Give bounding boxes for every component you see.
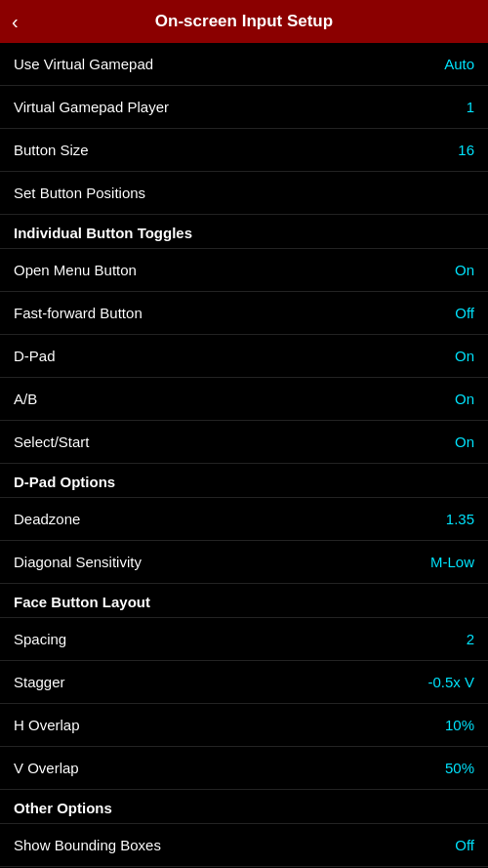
row-label-ab: A/B	[14, 391, 37, 407]
row-button-size[interactable]: Button Size16	[0, 129, 488, 172]
row-value-fast-forward-button: Off	[455, 305, 474, 321]
row-label-h-overlap: H Overlap	[14, 717, 80, 733]
row-value-d-pad: On	[455, 348, 474, 364]
row-label-open-menu-button: Open Menu Button	[14, 262, 137, 278]
row-diagonal-sensitivity[interactable]: Diagonal SensitivityM-Low	[0, 541, 488, 584]
section-label-face-button-layout: Face Button Layout	[14, 594, 150, 610]
row-label-virtual-gamepad-player: Virtual Gamepad Player	[14, 99, 169, 115]
row-value-diagonal-sensitivity: M-Low	[430, 554, 474, 570]
row-virtual-gamepad-player[interactable]: Virtual Gamepad Player1	[0, 86, 488, 129]
section-label-other-options: Other Options	[14, 800, 112, 816]
section-header-face-button-layout: Face Button Layout	[0, 584, 488, 618]
row-h-overlap[interactable]: H Overlap10%	[0, 704, 488, 747]
row-value-button-size: 16	[458, 142, 474, 158]
row-value-show-bounding-boxes: Off	[455, 837, 474, 853]
row-open-menu-button[interactable]: Open Menu ButtonOn	[0, 249, 488, 292]
row-value-v-overlap: 50%	[445, 760, 474, 776]
row-v-overlap[interactable]: V Overlap50%	[0, 747, 488, 790]
row-label-deadzone: Deadzone	[14, 511, 80, 527]
row-label-select-start: Select/Start	[14, 434, 90, 450]
section-header-individual-button-toggles: Individual Button Toggles	[0, 215, 488, 249]
row-d-pad[interactable]: D-PadOn	[0, 335, 488, 378]
row-select-start[interactable]: Select/StartOn	[0, 421, 488, 464]
row-label-show-bounding-boxes: Show Bounding Boxes	[14, 837, 161, 853]
row-label-d-pad: D-Pad	[14, 348, 56, 364]
row-value-stagger: -0.5x V	[427, 674, 474, 690]
row-value-virtual-gamepad-player: 1	[467, 99, 474, 115]
row-deadzone[interactable]: Deadzone1.35	[0, 498, 488, 541]
row-stagger[interactable]: Stagger-0.5x V	[0, 661, 488, 704]
row-value-h-overlap: 10%	[445, 717, 474, 733]
section-label-d-pad-options: D-Pad Options	[14, 474, 115, 490]
section-label-individual-button-toggles: Individual Button Toggles	[14, 225, 192, 241]
row-fast-forward-button[interactable]: Fast-forward ButtonOff	[0, 292, 488, 335]
row-value-spacing: 2	[467, 631, 474, 647]
row-label-set-button-positions: Set Button Positions	[14, 185, 145, 201]
row-label-stagger: Stagger	[14, 674, 65, 690]
header-title: On-screen Input Setup	[0, 12, 488, 31]
row-value-deadzone: 1.35	[446, 511, 474, 527]
back-button[interactable]: ‹	[12, 11, 19, 33]
row-ab[interactable]: A/BOn	[0, 378, 488, 421]
header: ‹ On-screen Input Setup	[0, 0, 488, 43]
row-label-spacing: Spacing	[14, 631, 66, 647]
row-spacing[interactable]: Spacing2	[0, 618, 488, 661]
row-show-bounding-boxes[interactable]: Show Bounding BoxesOff	[0, 824, 488, 867]
section-header-other-options: Other Options	[0, 790, 488, 824]
row-label-button-size: Button Size	[14, 142, 89, 158]
row-label-fast-forward-button: Fast-forward Button	[14, 305, 142, 321]
row-label-v-overlap: V Overlap	[14, 760, 79, 776]
row-value-use-virtual-gamepad: Auto	[444, 56, 474, 72]
row-label-use-virtual-gamepad: Use Virtual Gamepad	[14, 56, 153, 72]
row-value-ab: On	[455, 391, 474, 407]
row-set-button-positions[interactable]: Set Button Positions	[0, 172, 488, 215]
row-value-select-start: On	[455, 434, 474, 450]
row-use-virtual-gamepad[interactable]: Use Virtual GamepadAuto	[0, 43, 488, 86]
section-header-d-pad-options: D-Pad Options	[0, 464, 488, 498]
row-label-diagonal-sensitivity: Diagonal Sensitivity	[14, 554, 142, 570]
row-value-open-menu-button: On	[455, 262, 474, 278]
